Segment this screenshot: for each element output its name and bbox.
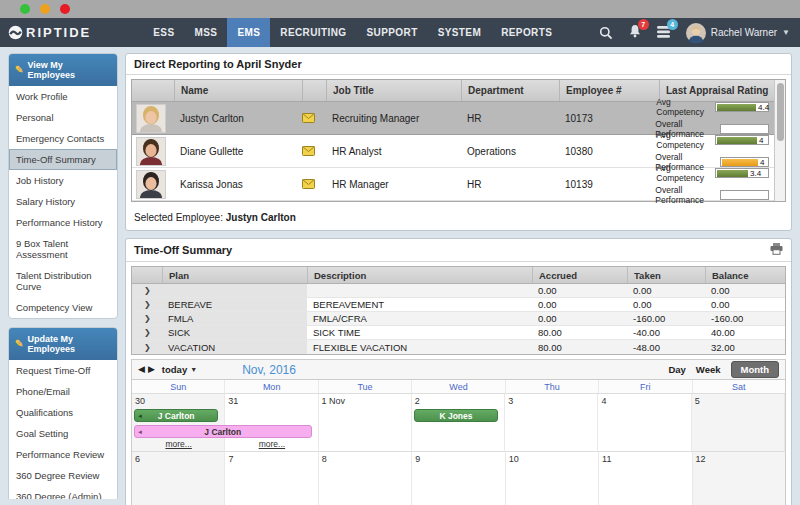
nav-item-mss[interactable]: MSS bbox=[185, 18, 228, 47]
table-scrollbar[interactable] bbox=[774, 80, 785, 201]
sidebar-item[interactable]: 360 Degree Review bbox=[9, 465, 117, 486]
calendar-cell[interactable]: 10 bbox=[506, 452, 599, 505]
calendar-view-button-month[interactable]: Month bbox=[731, 361, 780, 378]
sidebar-item[interactable]: Personal bbox=[9, 107, 117, 128]
calendar-day-header: Sun bbox=[132, 380, 225, 393]
selected-employee-line: Selected Employee: Justyn Carlton bbox=[126, 206, 791, 230]
calendar-cell[interactable]: 2 bbox=[412, 394, 505, 452]
sidebar-section-header[interactable]: ✎Update My Employees bbox=[9, 328, 117, 360]
taken-cell: -160.00 bbox=[627, 313, 705, 324]
sidebar-item[interactable]: Talent Distribution Curve bbox=[9, 265, 117, 297]
accrued-cell: 80.00 bbox=[532, 327, 627, 338]
expand-chevron-icon[interactable]: ❯ bbox=[144, 314, 151, 323]
calendar-cell[interactable]: 3 bbox=[505, 394, 598, 452]
nav-item-support[interactable]: SUPPORT bbox=[357, 18, 428, 47]
printer-icon[interactable] bbox=[770, 243, 783, 257]
calendar-event[interactable]: ◄J Carlton bbox=[134, 409, 218, 422]
timeoff-table: PlanDescriptionAccruedTakenBalance ❯0.00… bbox=[131, 266, 786, 355]
expand-chevron-icon[interactable]: ❯ bbox=[144, 300, 151, 309]
search-icon[interactable] bbox=[599, 26, 613, 40]
header-cell-name: Name bbox=[174, 80, 302, 101]
employee-name: Karissa Jonas bbox=[174, 179, 302, 190]
calendar-cell[interactable]: 11 bbox=[599, 452, 692, 505]
calendar-date: 3 bbox=[508, 396, 513, 406]
timeoff-row[interactable]: ❯BEREAVEBEREAVEMENT0.000.000.00 bbox=[132, 298, 785, 312]
taken-cell: 0.00 bbox=[627, 285, 705, 296]
balance-cell: 32.00 bbox=[705, 342, 785, 353]
top-navbar: RIPTIDE ESSMSSEMSRECRUITINGSUPPORTSYSTEM… bbox=[0, 18, 800, 47]
user-menu[interactable]: Rachel Warner ▼ bbox=[686, 23, 790, 43]
calendar-cell[interactable]: 5 bbox=[692, 394, 785, 452]
plan-cell: VACATION bbox=[162, 340, 307, 354]
sidebar-item[interactable]: 360 Degree (Admin) bbox=[9, 486, 117, 499]
page-title: Direct Reporting to April Snyder bbox=[134, 58, 302, 70]
calendar-cell[interactable]: 8 bbox=[319, 452, 412, 505]
calendar-more-link[interactable]: more... bbox=[132, 439, 225, 449]
timeoff-row[interactable]: ❯FMLAFMLA/CFRA0.00-160.00-160.00 bbox=[132, 312, 785, 326]
expand-chevron-icon[interactable]: ❯ bbox=[144, 286, 151, 295]
email-icon[interactable] bbox=[302, 113, 326, 123]
calendar-week: 30311 Nov2345◄J CarltonK Jones◄J Carlton… bbox=[132, 394, 785, 452]
calendar-event[interactable]: ◄J Carlton bbox=[134, 425, 312, 438]
calendar-more-link[interactable]: more... bbox=[225, 439, 318, 449]
calendar-today-button[interactable]: today ▼ bbox=[162, 364, 197, 375]
calendar-prev-icon[interactable]: ◀ bbox=[138, 365, 145, 374]
sidebar-item[interactable]: Request Time-Off bbox=[9, 360, 117, 381]
nav-item-reports[interactable]: REPORTS bbox=[491, 18, 562, 47]
traffic-light-orange[interactable] bbox=[40, 4, 50, 14]
calendar-date: 30 bbox=[135, 396, 145, 406]
sidebar-item[interactable]: Competency View bbox=[9, 297, 117, 318]
calendar-view-button-day[interactable]: Day bbox=[668, 364, 685, 375]
sidebar-item[interactable]: Job History bbox=[9, 170, 117, 191]
header-cell-department: Department bbox=[461, 80, 559, 101]
sidebar-item[interactable]: Emergency Contacts bbox=[9, 128, 117, 149]
expand-chevron-icon[interactable]: ❯ bbox=[144, 343, 151, 352]
balance-cell: -160.00 bbox=[705, 313, 785, 324]
sidebar-section-header[interactable]: ✎View My Employees bbox=[9, 54, 117, 86]
accrued-cell: 80.00 bbox=[532, 342, 627, 353]
calendar-cell[interactable]: 9 bbox=[412, 452, 505, 505]
rating-bar-fill bbox=[717, 170, 748, 177]
employee-row[interactable]: Karissa JonasHR ManagerHR10139Avg Compet… bbox=[132, 168, 785, 201]
calendar-next-icon[interactable]: ▶ bbox=[148, 365, 155, 374]
timeoff-table-body: ❯0.000.000.00❯BEREAVEBEREAVEMENT0.000.00… bbox=[132, 284, 785, 354]
brand-logo[interactable]: RIPTIDE bbox=[8, 18, 91, 47]
nav-item-recruiting[interactable]: RECRUITING bbox=[270, 18, 356, 47]
calendar-date: 6 bbox=[135, 454, 140, 464]
traffic-light-red[interactable] bbox=[60, 4, 70, 14]
pencil-icon: ✎ bbox=[15, 340, 23, 348]
timeoff-row[interactable]: ❯0.000.000.00 bbox=[132, 284, 785, 298]
taken-cell: -40.00 bbox=[627, 327, 705, 338]
notifications-button[interactable]: 7 bbox=[628, 24, 642, 42]
sidebar-item[interactable]: Salary History bbox=[9, 191, 117, 212]
calendar-month-title: Nov, 2016 bbox=[242, 363, 296, 377]
sidebar-item[interactable]: 9 Box Talent Assessment bbox=[9, 233, 117, 265]
nav-item-ems[interactable]: EMS bbox=[227, 18, 270, 47]
calendar-cell[interactable]: 7 bbox=[225, 452, 318, 505]
calendar-event[interactable]: K Jones bbox=[414, 409, 498, 422]
sidebar-item[interactable]: Goal Setting bbox=[9, 423, 117, 444]
sidebar-item[interactable]: Performance History bbox=[9, 212, 117, 233]
scrollbar-thumb[interactable] bbox=[777, 83, 784, 141]
calendar-cell[interactable]: 12 bbox=[693, 452, 785, 505]
calendar-cell[interactable]: 6 bbox=[132, 452, 225, 505]
nav-item-ess[interactable]: ESS bbox=[143, 18, 184, 47]
traffic-light-green[interactable] bbox=[20, 4, 30, 14]
rating-cell: Avg Competency3.4Overall Performance bbox=[659, 163, 773, 205]
expand-chevron-icon[interactable]: ❯ bbox=[144, 328, 151, 337]
sidebar-item[interactable]: Performance Review bbox=[9, 444, 117, 465]
email-icon[interactable] bbox=[302, 179, 326, 189]
page-content: ✎View My EmployeesWork ProfilePersonalEm… bbox=[0, 47, 800, 505]
timeoff-row[interactable]: ❯SICKSICK TIME80.00-40.0040.00 bbox=[132, 326, 785, 340]
sidebar-item[interactable]: Work Profile bbox=[9, 86, 117, 107]
sidebar-item[interactable]: Phone/Email bbox=[9, 381, 117, 402]
calendar-view-button-week[interactable]: Week bbox=[696, 364, 721, 375]
sidebar-item[interactable]: Qualifications bbox=[9, 402, 117, 423]
email-icon[interactable] bbox=[302, 146, 326, 156]
nav-item-system[interactable]: SYSTEM bbox=[428, 18, 492, 47]
calendar-cell[interactable]: 1 Nov bbox=[319, 394, 412, 452]
timeoff-row[interactable]: ❯VACATIONFLEXIBLE VACATION80.00-48.0032.… bbox=[132, 340, 785, 354]
sidebar-item[interactable]: Time-Off Summary bbox=[9, 149, 117, 170]
calendar-cell[interactable]: 4 bbox=[598, 394, 691, 452]
messages-button[interactable]: 4 bbox=[657, 24, 671, 42]
